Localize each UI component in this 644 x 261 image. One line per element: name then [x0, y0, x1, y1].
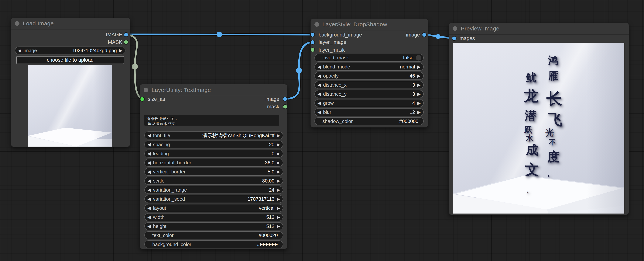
text-color-widget[interactable]: text_color #000020	[144, 231, 283, 239]
input-port-layer-mask[interactable]	[310, 48, 315, 52]
calligraphy-char: 成	[526, 142, 538, 158]
layout-widget[interactable]: ◀ layout vertical ▶	[144, 204, 283, 212]
widget-label: leading	[153, 151, 169, 157]
scale-widget[interactable]: ◀ scale 80.00 ▶	[144, 177, 283, 185]
grow-widget[interactable]: ◀ grow 4 ▶	[314, 99, 424, 107]
input-port-images[interactable]	[452, 36, 456, 41]
left-arrow-icon[interactable]: ◀	[148, 224, 151, 228]
left-arrow-icon[interactable]: ◀	[318, 101, 321, 105]
left-arrow-icon[interactable]: ◀	[148, 188, 151, 192]
link-dot	[296, 68, 302, 73]
right-arrow-icon[interactable]: ▶	[417, 65, 421, 69]
variation-range-widget[interactable]: ◀ variation_range 24 ▶	[144, 186, 283, 194]
node-layerutility-textimage[interactable]: LayerUtility: TextImage size_as image ma…	[140, 84, 288, 249]
widget-label: height	[153, 223, 166, 229]
left-arrow-icon[interactable]: ◀	[318, 74, 321, 78]
node-dropshadow-titlebar[interactable]: LayerStyle: DropShadow	[311, 19, 428, 31]
distance-y-widget[interactable]: ◀ distance_y 3 ▶	[314, 90, 424, 98]
node-preview-image[interactable]: Preview Image images 鸿 雁 长 飞 光 不 度	[449, 23, 629, 215]
right-arrow-icon[interactable]: ▶	[277, 197, 280, 201]
choose-file-button[interactable]: choose file to upload	[16, 56, 124, 64]
right-arrow-icon[interactable]: ▶	[277, 161, 280, 165]
right-arrow-icon[interactable]: ▶	[277, 215, 280, 219]
left-arrow-icon[interactable]: ◀	[318, 92, 321, 96]
left-arrow-icon[interactable]: ◀	[148, 151, 151, 156]
node-layerstyle-dropshadow[interactable]: LayerStyle: DropShadow background_image …	[310, 19, 428, 127]
output-port-mask[interactable]	[124, 40, 128, 45]
width-widget[interactable]: ◀ width 512 ▶	[144, 213, 283, 221]
right-arrow-icon[interactable]: ▶	[417, 83, 421, 87]
right-arrow-icon[interactable]: ▶	[277, 188, 280, 192]
widget-label: spacing	[153, 142, 170, 148]
input-port-background-image[interactable]	[310, 32, 315, 37]
widget-label: blend_mode	[323, 64, 350, 70]
collapse-dot-icon[interactable]	[453, 26, 457, 31]
node-textimage-titlebar[interactable]: LayerUtility: TextImage	[140, 84, 287, 96]
spacing-widget[interactable]: ◀ spacing -20 ▶	[144, 141, 283, 148]
right-arrow-icon[interactable]: ▶	[277, 151, 280, 156]
left-arrow-icon[interactable]: ◀	[318, 65, 321, 69]
vertical-border-widget[interactable]: ◀ vertical_border 5.0 ▶	[144, 168, 283, 176]
widget-value: #000020	[259, 232, 278, 238]
variation-seed-widget[interactable]: ◀ variation_seed 1707317113 ▶	[144, 195, 283, 203]
collapse-dot-icon[interactable]	[15, 21, 20, 26]
right-arrow-icon[interactable]: ▶	[417, 92, 421, 96]
leading-widget[interactable]: ◀ leading 0 ▶	[144, 150, 283, 158]
image-combo-widget[interactable]: ◀ image 1024x1024bkgd.png ▶	[15, 47, 126, 55]
right-arrow-icon[interactable]: ▶	[277, 142, 280, 147]
left-arrow-icon[interactable]: ◀	[148, 142, 151, 147]
blend-mode-widget[interactable]: ◀ blend_mode normal ▶	[314, 63, 424, 71]
left-arrow-icon[interactable]: ◀	[148, 161, 151, 165]
input-port-size-as[interactable]	[140, 97, 145, 102]
background-color-widget[interactable]: background_color #FFFFFF	[144, 240, 283, 248]
node-load-image-titlebar[interactable]: Load Image	[11, 18, 130, 30]
right-arrow-icon[interactable]: ▶	[277, 224, 280, 228]
output-port-mask[interactable]	[283, 104, 288, 109]
left-arrow-icon[interactable]: ◀	[148, 215, 151, 219]
toggle-knob-icon[interactable]	[416, 55, 422, 61]
left-arrow-icon[interactable]: ◀	[148, 206, 151, 210]
left-arrow-icon[interactable]: ◀	[148, 133, 151, 138]
blur-widget[interactable]: ◀ blur 12 ▶	[314, 108, 424, 116]
shadow-color-widget[interactable]: shadow_color #000000	[314, 117, 424, 125]
left-arrow-icon[interactable]: ◀	[18, 48, 21, 53]
left-arrow-icon[interactable]: ◀	[318, 83, 321, 87]
right-arrow-icon[interactable]: ▶	[277, 133, 280, 138]
distance-x-widget[interactable]: ◀ distance_x 3 ▶	[314, 81, 424, 89]
output-port-image[interactable]	[283, 97, 288, 102]
right-arrow-icon[interactable]: ▶	[417, 110, 421, 114]
output-port-image[interactable]	[124, 32, 128, 37]
scene-shade	[28, 65, 112, 147]
right-arrow-icon[interactable]: ▶	[119, 48, 122, 53]
widget-value: 46	[410, 73, 415, 79]
collapse-dot-icon[interactable]	[314, 22, 319, 27]
collapse-dot-icon[interactable]	[144, 88, 148, 92]
font-file-widget[interactable]: ◀ font_file 演示秋鸿楷YanShiQiuHongKai.ttf ▶	[144, 131, 283, 139]
output-label-mask: mask	[267, 104, 279, 110]
calligraphy-char: 雁	[548, 69, 558, 83]
widget-value: 24	[269, 187, 274, 193]
node-preview-titlebar[interactable]: Preview Image	[449, 23, 629, 35]
input-port-layer-image[interactable]	[310, 40, 315, 45]
right-arrow-icon[interactable]: ▶	[417, 101, 421, 105]
widget-label: font_file	[153, 133, 170, 138]
horizontal-border-widget[interactable]: ◀ horizontal_border 36.0 ▶	[144, 159, 283, 167]
height-widget[interactable]: ◀ height 512 ▶	[144, 222, 283, 230]
left-arrow-icon[interactable]: ◀	[148, 179, 151, 183]
right-arrow-icon[interactable]: ▶	[277, 206, 280, 210]
output-port-image[interactable]	[422, 32, 427, 37]
input-label-size-as: size_as	[148, 96, 165, 102]
node-graph-canvas[interactable]: Load Image IMAGE MASK ◀ image 1024x1024b…	[0, 0, 644, 261]
left-arrow-icon[interactable]: ◀	[148, 170, 151, 174]
left-arrow-icon[interactable]: ◀	[148, 197, 151, 201]
text-input-area[interactable]: 鸿雁长飞光不度， 鱼龙潜跃水成文。	[144, 115, 279, 126]
right-arrow-icon[interactable]: ▶	[277, 179, 280, 183]
widget-label: variation_range	[153, 187, 187, 193]
opacity-widget[interactable]: ◀ opacity 46 ▶	[314, 72, 424, 80]
node-load-image[interactable]: Load Image IMAGE MASK ◀ image 1024x1024b…	[11, 18, 130, 147]
invert-mask-widget[interactable]: invert_mask false	[314, 54, 424, 62]
left-arrow-icon[interactable]: ◀	[318, 110, 321, 114]
widget-value: #000000	[399, 118, 418, 124]
right-arrow-icon[interactable]: ▶	[417, 74, 421, 78]
right-arrow-icon[interactable]: ▶	[277, 170, 280, 174]
